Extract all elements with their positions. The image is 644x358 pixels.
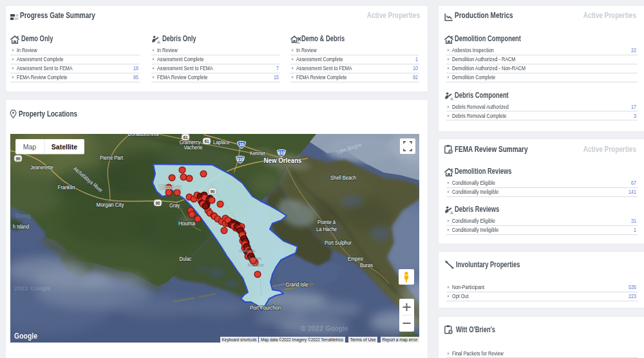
svg-text:Pointe á: Pointe á	[317, 219, 336, 225]
svg-text:310: 310	[237, 157, 244, 162]
svg-text:Vacherie: Vacherie	[184, 144, 203, 151]
svg-text:Donaldsonville: Donaldsonville	[128, 134, 160, 137]
svg-text:Google: Google	[14, 332, 37, 341]
svg-text:Map: Map	[23, 143, 37, 151]
svg-text:Port Fourchon: Port Fourchon	[250, 305, 281, 311]
svg-text:Kenner: Kenner	[250, 150, 265, 156]
svg-text:Jeanerette: Jeanerette	[30, 164, 53, 171]
svg-text:Shell Beach: Shell Beach	[330, 174, 356, 181]
svg-text:Morgan City: Morgan City	[97, 201, 124, 208]
svg-text:Map data ©2022 Imagery ©2022 T: Map data ©2022 Imagery ©2022 TerraMetric…	[261, 337, 343, 343]
svg-text:90: 90	[210, 189, 215, 194]
svg-text:Galliano: Galliano	[240, 248, 256, 254]
svg-text:Report a map error: Report a map error	[383, 337, 418, 343]
svg-text:Buras: Buras	[360, 262, 373, 268]
svg-text:Empire: Empire	[348, 256, 363, 262]
svg-text:90: 90	[155, 201, 160, 205]
svg-text:Franklin: Franklin	[58, 184, 75, 191]
svg-text:h Island: h Island	[13, 223, 29, 230]
svg-text:Houma: Houma	[178, 220, 196, 227]
svg-text:61: 61	[183, 135, 188, 140]
svg-text:La Hache: La Hache	[316, 226, 337, 232]
svg-text:Terms of Use: Terms of Use	[350, 337, 376, 343]
svg-text:Golden: Golden	[247, 256, 261, 261]
svg-text:New Orleans: New Orleans	[264, 156, 302, 164]
svg-text:610: 610	[278, 151, 285, 155]
svg-text:61: 61	[204, 139, 209, 144]
svg-text:Pierre Part: Pierre Part	[100, 155, 123, 161]
svg-text:Keyboard shortcuts: Keyboard shortcuts	[222, 337, 257, 343]
svg-text:Grand Isle: Grand Isle	[286, 281, 308, 288]
svg-text:Gray: Gray	[169, 202, 180, 209]
svg-text:10: 10	[239, 142, 244, 147]
svg-text:2022 Google: 2022 Google	[14, 285, 51, 292]
svg-text:Laplace: Laplace	[213, 139, 230, 146]
svg-text:Goog: Goog	[15, 212, 31, 219]
svg-text:90: 90	[15, 156, 21, 161]
svg-text:© 2022 Google: © 2022 Google	[301, 325, 348, 332]
svg-text:Meadow: Meadow	[248, 262, 264, 268]
svg-text:Dulac: Dulac	[180, 256, 192, 262]
svg-text:Satellite: Satellite	[52, 143, 77, 151]
svg-text:Thibodaux: Thibodaux	[159, 184, 182, 191]
svg-text:Port Sulphur: Port Sulphur	[325, 240, 352, 246]
